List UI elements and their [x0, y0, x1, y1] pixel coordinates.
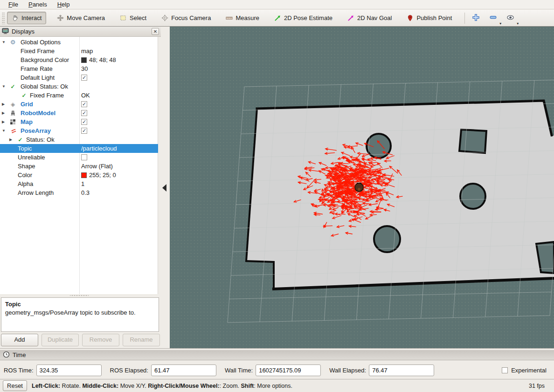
time-panel-title: Time: [13, 351, 26, 358]
move-camera-icon: [57, 14, 64, 21]
prop-row-arrow-length[interactable]: Arrow Length 0.3: [0, 188, 158, 197]
checkbox-checked[interactable]: ✓: [81, 128, 87, 134]
collapse-panel-icon[interactable]: [162, 184, 166, 192]
prop-row-global-status[interactable]: ▼ ✓ Global Status: Ok: [0, 82, 158, 91]
green-check-icon: ✓: [9, 83, 16, 90]
green-check-icon: ✓: [21, 92, 28, 99]
close-icon[interactable]: ✕: [152, 28, 159, 35]
rviz-window: File Panels Help Interact Move Camera Se…: [0, 0, 554, 392]
ros-elapsed-label: ROS Elapsed:: [110, 367, 148, 374]
map-free-space: [246, 101, 554, 289]
description-title: Topic: [5, 300, 155, 309]
focus-camera-tool-button[interactable]: Focus Camera: [157, 12, 215, 24]
prop-row-shape[interactable]: Shape Arrow (Flat): [0, 162, 158, 171]
display-row-grid[interactable]: ▶ ◈ Grid ✓: [0, 100, 158, 109]
prop-row-fixed-frame[interactable]: Fixed Frame map: [0, 47, 158, 55]
time-panel-header[interactable]: Time: [0, 350, 554, 360]
checkbox-checked[interactable]: ✓: [81, 110, 87, 116]
wall-time-label: Wall Time:: [225, 367, 253, 374]
pose-array-icon: [9, 127, 16, 134]
prop-row-color[interactable]: Color 255; 25; 0: [0, 171, 158, 179]
time-panel: Time ROS Time: ROS Elapsed: Wall Time: W…: [0, 348, 554, 379]
hand-icon: [12, 14, 19, 21]
fps-counter: 31 fps: [529, 383, 551, 389]
pose-estimate-tool-button[interactable]: 2D Pose Estimate: [270, 12, 337, 24]
prop-row-alpha[interactable]: Alpha 1: [0, 179, 158, 188]
panel-splitter[interactable]: [161, 27, 170, 348]
publish-point-tool-button[interactable]: Publish Point: [402, 12, 456, 24]
obstacle-circle: [460, 184, 485, 209]
toolbar-drag-handle[interactable]: [2, 12, 5, 24]
robot-icon: [9, 110, 16, 117]
map-pin-icon: [407, 14, 414, 21]
remove-tool-minus-icon: [489, 14, 497, 23]
prop-row-posearray-status[interactable]: ▶ ✓ Status: Ok: [0, 135, 158, 144]
prop-row-background-color[interactable]: Background Color 48; 48; 48: [0, 55, 158, 64]
menu-file[interactable]: File: [4, 0, 23, 8]
select-tool-button[interactable]: Select: [116, 12, 151, 24]
tree-resize-handle[interactable]: [70, 294, 89, 297]
collapse-triangle-icon[interactable]: ▼: [2, 84, 6, 89]
color-swatch: [81, 172, 87, 178]
displays-panel-header[interactable]: Displays ✕: [0, 27, 161, 37]
add-button[interactable]: Add: [1, 334, 38, 346]
measure-tool-button[interactable]: Measure: [222, 12, 263, 24]
robot-model: [355, 183, 363, 192]
experimental-checkbox[interactable]: [502, 367, 508, 373]
duplicate-button[interactable]: Duplicate: [42, 334, 79, 346]
prop-row-fixed-frame-status[interactable]: ✓ Fixed Frame OK: [0, 91, 158, 100]
checkbox-checked[interactable]: ✓: [81, 75, 87, 81]
occupancy-map: [246, 101, 554, 289]
checkbox-checked[interactable]: ✓: [81, 101, 87, 107]
expand-triangle-icon[interactable]: ▶: [2, 102, 5, 106]
rename-button[interactable]: Rename: [123, 334, 160, 346]
reset-button[interactable]: Reset: [3, 380, 27, 391]
displays-panel-title: Displays: [12, 28, 149, 35]
remove-button[interactable]: Remove: [82, 334, 119, 346]
remove-tool-button[interactable]: ▾: [487, 12, 499, 24]
ros-time-input[interactable]: [36, 364, 102, 376]
obstacle-square: [459, 130, 486, 153]
menu-help[interactable]: Help: [53, 0, 75, 8]
wall-time-input[interactable]: [256, 364, 321, 376]
ruler-icon: [226, 14, 233, 21]
displays-tree: ▼ ⚙ Global Options Fixed Frame map Backg…: [0, 37, 158, 294]
collapse-triangle-icon[interactable]: ▼: [2, 129, 6, 133]
display-row-map[interactable]: ▶ Map ✓: [0, 117, 158, 126]
add-tool-button[interactable]: [470, 12, 482, 24]
checkbox-checked[interactable]: ✓: [81, 119, 87, 125]
clock-icon: [3, 351, 10, 359]
wall-elapsed-input[interactable]: [369, 364, 434, 376]
prop-row-frame-rate[interactable]: Frame Rate 30: [0, 64, 158, 73]
prop-row-topic[interactable]: Topic /particlecloud: [0, 144, 158, 153]
prop-row-default-light[interactable]: Default Light ✓: [0, 73, 158, 82]
nav-goal-tool-button[interactable]: 2D Nav Goal: [343, 12, 396, 24]
ros-time-label: ROS Time:: [4, 367, 34, 374]
description-text: geometry_msgs/PoseArray topic to subscri…: [5, 309, 136, 316]
expand-triangle-icon[interactable]: ▶: [2, 120, 5, 124]
tool-visibility-button[interactable]: ▾: [504, 12, 517, 24]
tool-visibility-eye-icon: [506, 14, 514, 23]
color-swatch: [81, 57, 87, 63]
expand-triangle-icon[interactable]: ▶: [2, 111, 5, 115]
status-bar: Reset Left-Click: Rotate. Middle-Click: …: [0, 379, 554, 392]
3d-viewport[interactable]: [170, 27, 554, 348]
display-row-robotmodel[interactable]: ▶ RobotModel ✓: [0, 109, 158, 117]
collapse-triangle-icon[interactable]: ▼: [2, 40, 6, 44]
ros-elapsed-input[interactable]: [151, 364, 216, 376]
add-tool-plus-icon: [472, 14, 480, 23]
checkbox-unchecked[interactable]: [81, 154, 87, 160]
prop-row-global-options[interactable]: ▼ ⚙ Global Options: [0, 38, 158, 47]
mouse-help-text: Left-Click: Rotate. Middle-Click: Move X…: [32, 383, 529, 389]
display-row-posearray[interactable]: ▼ PoseArray ✓: [0, 126, 158, 135]
prop-row-unreliable[interactable]: Unreliable: [0, 153, 158, 162]
interact-tool-button[interactable]: Interact: [7, 12, 46, 24]
experimental-label: Experimental: [511, 367, 547, 374]
map-icon: [9, 118, 16, 125]
move-camera-tool-button[interactable]: Move Camera: [53, 12, 109, 24]
displays-icon: [2, 28, 9, 35]
chevron-down-icon: ▾: [499, 21, 501, 26]
select-box-icon: [120, 14, 127, 21]
expand-triangle-icon[interactable]: ▶: [9, 138, 12, 142]
menu-panels[interactable]: Panels: [24, 0, 52, 8]
